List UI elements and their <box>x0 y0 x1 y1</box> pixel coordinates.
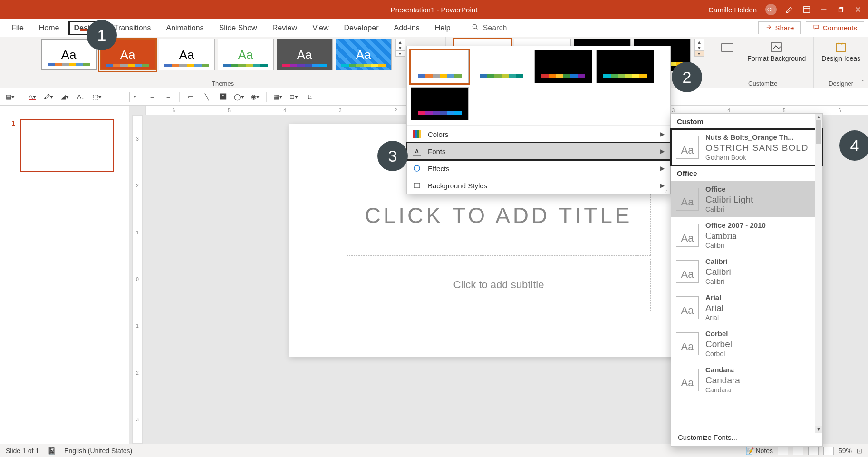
fit-to-window-icon[interactable]: ⊡ <box>857 447 862 455</box>
font-theme-item[interactable]: Aa Candara Candara Candara <box>671 362 822 398</box>
search-icon <box>472 23 479 33</box>
reading-view-button[interactable] <box>808 447 819 455</box>
svg-rect-10 <box>836 44 846 51</box>
sorter-view-button[interactable] <box>793 447 803 455</box>
theme-option[interactable]: Aa <box>336 39 392 70</box>
merge-icon[interactable]: ◉▾ <box>249 91 261 103</box>
scroll-up-icon[interactable]: ▲ <box>815 114 822 120</box>
font-theme-item[interactable]: Aa Nuts & Bolts_Orange Th... OSTRICH SAN… <box>671 129 822 165</box>
draw-mode-icon[interactable] <box>785 5 794 14</box>
language-status[interactable]: English (United States) <box>64 447 132 455</box>
font-theme-item[interactable]: Aa Arial Arial Arial <box>671 290 822 326</box>
crop-icon[interactable]: ⟀ <box>304 91 316 103</box>
tab-animations[interactable]: Animations <box>158 19 211 37</box>
collapse-ribbon-icon[interactable]: ˄ <box>861 79 864 86</box>
design-ideas-button[interactable]: Design Ideas <box>817 39 865 64</box>
sort-button[interactable]: A↓ <box>75 91 87 103</box>
variants-more-button[interactable]: ▲▼▾ <box>694 39 704 57</box>
font-theme-item[interactable]: Aa Calibri Calibri Calibri <box>671 253 822 290</box>
slide-counter[interactable]: Slide 1 of 1 <box>6 447 39 455</box>
rectangle-icon[interactable]: ▭ <box>184 91 197 103</box>
subtitle-placeholder[interactable]: Click to add subtitle <box>347 259 651 311</box>
fill-swatch[interactable] <box>107 92 130 102</box>
theme-current[interactable]: Aa <box>41 39 97 70</box>
theme-option[interactable]: Aa <box>159 39 215 70</box>
textbox-icon[interactable]: 🅰 <box>217 91 229 103</box>
shape-fill-button[interactable]: ◢▾ <box>58 91 71 103</box>
callout-bubble: 1 <box>87 20 117 50</box>
resize-grip-icon[interactable]: ⋰ <box>665 188 669 193</box>
fonts-custom-header: Custom <box>671 114 822 129</box>
slideshow-view-button[interactable] <box>823 447 834 455</box>
font-color-button[interactable]: A▾ <box>26 91 39 103</box>
menu-colors[interactable]: Colors ▶ <box>407 126 670 143</box>
svg-rect-13 <box>417 130 419 138</box>
themes-scroll[interactable]: ▲▼▾ <box>395 39 405 57</box>
tab-developer[interactable]: Developer <box>337 19 386 37</box>
user-avatar[interactable]: CH <box>765 4 777 15</box>
restore-icon[interactable] <box>837 5 845 14</box>
colors-icon <box>413 130 421 138</box>
highlight-button[interactable]: 🖍▾ <box>42 91 55 103</box>
variant-option[interactable] <box>473 50 530 83</box>
font-preview-icon: Aa <box>676 296 699 319</box>
shapes-icon[interactable]: ◯▾ <box>233 91 245 103</box>
chevron-right-icon: ▶ <box>660 148 665 155</box>
flyout-scrollbar[interactable]: ▲ ▼ <box>815 114 822 433</box>
font-theme-item[interactable]: Aa Office 2007 - 2010 Cambria Calibri <box>671 217 822 253</box>
user-name: Camille Holden <box>708 6 757 14</box>
table-icon[interactable]: ▦▾ <box>271 91 284 103</box>
zoom-level[interactable]: 59% <box>839 447 852 455</box>
theme-option[interactable]: Aa <box>218 39 274 70</box>
variant-option[interactable] <box>411 50 469 83</box>
tab-slideshow[interactable]: Slide Show <box>212 19 265 37</box>
variant-option[interactable] <box>596 50 654 83</box>
notes-toggle[interactable]: 📝 Notes <box>746 447 773 455</box>
comments-button[interactable]: Comments <box>806 21 864 34</box>
ribbon-display-icon[interactable] <box>802 5 811 14</box>
svg-rect-8 <box>722 44 733 51</box>
menu-background-styles[interactable]: Background Styles ▶ <box>407 177 670 194</box>
tab-help[interactable]: Help <box>427 19 458 37</box>
tab-addins[interactable]: Add-ins <box>386 19 427 37</box>
arrange-button[interactable]: ⬚▾ <box>91 91 103 103</box>
align-button[interactable]: ▤▾ <box>4 91 16 103</box>
theme-option[interactable]: Aa <box>277 39 333 70</box>
align-left-icon[interactable]: ≡ <box>146 91 158 103</box>
variant-option[interactable] <box>534 50 592 83</box>
grid-icon[interactable]: ⊞▾ <box>288 91 300 103</box>
background-icon <box>413 181 421 190</box>
menu-effects[interactable]: Effects ▶ <box>407 160 670 177</box>
scroll-down-icon[interactable]: ▼ <box>815 426 822 433</box>
scroll-thumb[interactable] <box>816 120 821 144</box>
ribbon-tabs: File Home Design Transitions Animations … <box>0 19 868 37</box>
font-theme-item[interactable]: Aa Office Calibri Light Calibri <box>671 181 822 217</box>
comment-icon <box>813 24 820 32</box>
spellcheck-icon[interactable]: 📓 <box>48 447 56 455</box>
tab-home[interactable]: Home <box>31 19 67 37</box>
share-button[interactable]: Share <box>758 21 801 34</box>
svg-point-15 <box>414 165 420 171</box>
slide-thumbnails-panel[interactable]: 1 <box>0 106 129 444</box>
minimize-icon[interactable] <box>820 5 828 14</box>
slide-thumb-row[interactable]: 1 <box>11 119 117 172</box>
tab-review[interactable]: Review <box>265 19 305 37</box>
tab-file[interactable]: File <box>4 19 31 37</box>
format-background-button[interactable]: Format Background <box>743 39 810 64</box>
variant-option[interactable] <box>411 87 469 120</box>
close-icon[interactable] <box>854 5 862 14</box>
chevron-right-icon: ▶ <box>660 165 665 172</box>
tab-view[interactable]: View <box>305 19 336 37</box>
line-icon[interactable]: ╲ <box>201 91 213 103</box>
align-right-icon[interactable]: ≡ <box>162 91 174 103</box>
tell-me-search[interactable]: Search <box>472 23 507 33</box>
menu-fonts[interactable]: A Fonts ▶ <box>407 143 670 160</box>
customize-fonts-button[interactable]: Customize Fonts... <box>671 428 822 446</box>
font-preview-icon: Aa <box>676 369 699 391</box>
customize-group-label: Customize <box>748 79 777 87</box>
slide-thumbnail[interactable] <box>20 119 114 172</box>
normal-view-button[interactable] <box>778 447 788 455</box>
font-preview-icon: Aa <box>676 332 699 355</box>
font-theme-item[interactable]: Aa Corbel Corbel Corbel <box>671 326 822 362</box>
slide-size-button[interactable] <box>715 39 740 56</box>
